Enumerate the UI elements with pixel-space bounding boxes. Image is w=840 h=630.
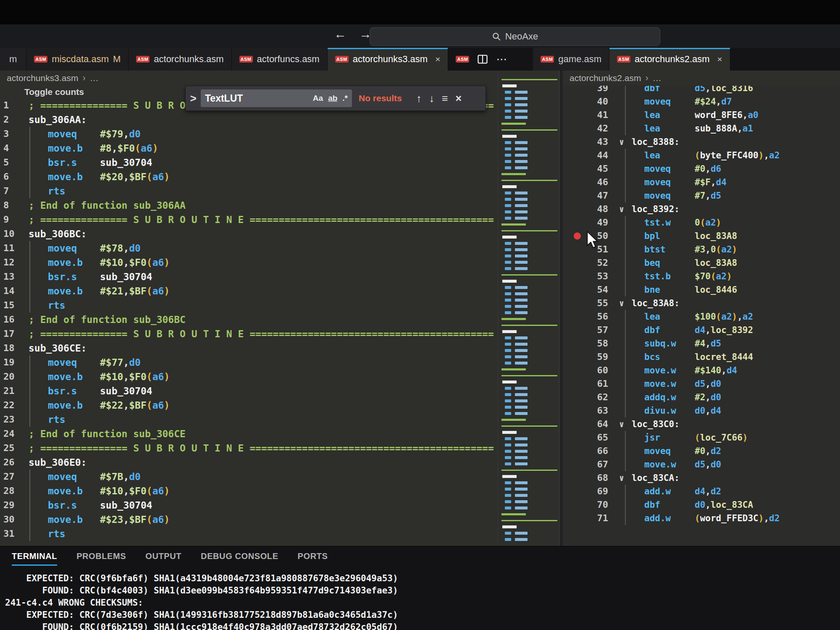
code-line[interactable]: 48∨loc_8392: — [563, 202, 840, 216]
code-line[interactable]: 22move.b#$22,$BF(a6) — [0, 398, 498, 412]
code-line[interactable]: 24; End of function sub_306CE — [0, 427, 498, 441]
more-actions-icon[interactable]: ⋯ — [496, 53, 508, 66]
line-number[interactable]: 3 — [0, 127, 23, 141]
line-number[interactable]: 29 — [0, 498, 23, 512]
line-number[interactable]: 45 — [581, 162, 615, 176]
code-line[interactable]: 71add.w(word_FFED3C),d2 — [563, 512, 840, 525]
line-number[interactable]: 24 — [0, 427, 23, 441]
code-line[interactable]: 59bcslocret_8444 — [563, 350, 840, 364]
match-case-toggle[interactable]: Aa — [313, 94, 323, 103]
code-line[interactable]: 17; =============== S U B R O U T I N E … — [0, 327, 498, 341]
line-number[interactable]: 12 — [0, 255, 23, 270]
line-number[interactable]: 70 — [581, 498, 615, 512]
line-number[interactable]: 17 — [0, 327, 23, 341]
terminal-output[interactable]: EXPECTED: CRC(9f6bfa6f) SHA1(a4319b48004… — [0, 566, 840, 630]
code-line[interactable]: 47moveq#7,d5 — [563, 189, 840, 202]
line-number[interactable]: 48 — [581, 202, 615, 216]
code-line[interactable]: 11moveq#$78,d0 — [0, 241, 498, 255]
code-line[interactable]: 7rts — [0, 184, 498, 198]
line-number[interactable]: 65 — [581, 431, 615, 444]
find-in-selection-button[interactable]: ≡ — [442, 92, 448, 105]
code-line[interactable]: 23rts — [0, 412, 498, 427]
code-line[interactable]: 41leaword_8FE6,a0 — [563, 108, 840, 122]
code-line[interactable]: 67move.wd5,d0 — [563, 458, 840, 471]
breadcrumb[interactable]: actorchunks3.asm › … — [0, 71, 498, 86]
line-number[interactable]: 9 — [0, 213, 23, 227]
code-line[interactable]: 51btst#3,0(a2) — [563, 243, 840, 256]
code-line[interactable]: 2sub_306AA: — [0, 113, 498, 127]
find-input[interactable]: TextLUT Aa ab .* — [201, 89, 352, 107]
line-number[interactable]: 8 — [0, 198, 23, 213]
code-line[interactable]: 68∨loc_83CA: — [563, 471, 840, 485]
code-line[interactable]: 58subq.w#4,d5 — [563, 337, 840, 350]
breadcrumb[interactable]: actorchunks2.asm › … — [563, 71, 840, 86]
code-line[interactable]: 15rts — [0, 298, 498, 312]
line-number[interactable]: 15 — [0, 298, 23, 312]
line-number[interactable]: 31 — [0, 527, 23, 541]
fold-chevron-icon[interactable]: ∨ — [619, 297, 632, 310]
line-number[interactable]: 42 — [581, 122, 615, 135]
code-line[interactable]: 8; End of function sub_306AA — [0, 198, 498, 213]
line-number[interactable]: 63 — [581, 404, 615, 417]
line-number[interactable]: 41 — [581, 108, 615, 122]
line-number[interactable]: 22 — [0, 398, 23, 412]
command-center-search[interactable]: NeoAxe — [370, 27, 660, 46]
line-number[interactable]: 58 — [581, 337, 615, 350]
code-line[interactable]: 19moveq#$77,d0 — [0, 355, 498, 370]
code-line[interactable]: 54bneloc_8446 — [563, 283, 840, 297]
panel-tab-problems[interactable]: PROBLEMS — [76, 551, 126, 564]
line-number[interactable]: 7 — [0, 184, 23, 198]
code-line[interactable]: 3moveq#$79,d0 — [0, 127, 498, 141]
find-close-button[interactable]: × — [456, 92, 462, 105]
code-line[interactable]: 56lea$100(a2),a2 — [563, 310, 840, 323]
tab-game[interactable]: ASM game.asm — [533, 48, 609, 71]
code-line[interactable]: 28move.b#$10,$F0(a6) — [0, 484, 498, 498]
code-line[interactable]: 57dbfd4,loc_8392 — [563, 323, 840, 337]
find-previous-button[interactable]: ↑ — [416, 92, 422, 105]
line-number[interactable]: 13 — [0, 270, 23, 284]
pane-divider[interactable] — [559, 71, 563, 546]
find-next-button[interactable]: ↓ — [429, 92, 435, 105]
regex-toggle[interactable]: .* — [342, 94, 348, 103]
code-line[interactable]: 29bsr.ssub_30704 — [0, 498, 498, 512]
line-number[interactable]: 64 — [581, 417, 615, 431]
close-tab-icon[interactable]: × — [717, 54, 722, 64]
line-number[interactable]: 61 — [581, 377, 615, 391]
line-number[interactable]: 11 — [0, 241, 23, 255]
fold-chevron-icon[interactable]: ∨ — [619, 202, 632, 216]
code-line[interactable]: 14move.b#$21,$BF(a6) — [0, 284, 498, 298]
line-number[interactable]: 67 — [581, 458, 615, 471]
line-number[interactable]: 16 — [0, 312, 23, 327]
code-line[interactable]: 40moveq#$24,d7 — [563, 95, 840, 108]
code-line[interactable]: 44lea(byte_FFC400),a2 — [563, 149, 840, 162]
line-number[interactable]: 2 — [0, 113, 23, 127]
code-line[interactable]: 20move.b#$10,$F0(a6) — [0, 370, 498, 384]
line-number[interactable]: 40 — [581, 95, 615, 108]
code-line[interactable]: 62addq.w#2,d0 — [563, 391, 840, 404]
fold-chevron-icon[interactable]: ∨ — [619, 135, 632, 149]
line-number[interactable]: 28 — [0, 484, 23, 498]
line-number[interactable]: 19 — [0, 355, 23, 370]
line-number[interactable]: 27 — [0, 470, 23, 484]
panel-tab-ports[interactable]: PORTS — [298, 551, 328, 564]
nav-back-icon[interactable]: ← — [334, 27, 346, 41]
code-line[interactable]: 60move.w#$140,d4 — [563, 364, 840, 377]
code-line[interactable]: 66moveq#0,d2 — [563, 444, 840, 458]
fold-chevron-icon[interactable]: ∨ — [619, 471, 632, 485]
line-number[interactable]: 68 — [581, 471, 615, 485]
fold-chevron-icon[interactable]: ∨ — [619, 417, 632, 431]
code-line[interactable]: 61move.wd5,d0 — [563, 377, 840, 391]
panel-tab-debug-console[interactable]: DEBUG CONSOLE — [201, 551, 278, 564]
code-line[interactable]: 55∨loc_83A8: — [563, 297, 840, 310]
line-number[interactable]: 55 — [581, 297, 615, 310]
line-number[interactable]: 18 — [0, 341, 23, 355]
line-number[interactable]: 46 — [581, 176, 615, 189]
code-line[interactable]: 6move.b#$20,$BF(a6) — [0, 170, 498, 184]
code-line[interactable]: 5bsr.ssub_30704 — [0, 155, 498, 170]
code-line[interactable]: 4move.b#8,$F0(a6) — [0, 141, 498, 155]
line-number[interactable]: 4 — [0, 141, 23, 155]
tab-actorchunks3[interactable]: ASM actorchunks3.asm × — [328, 48, 449, 71]
tab-actorchunks2[interactable]: ASM actorchunks2.asm × — [609, 48, 730, 71]
line-number[interactable]: 1 — [0, 98, 23, 113]
code-line[interactable]: 12move.b#$10,$F0(a6) — [0, 255, 498, 270]
